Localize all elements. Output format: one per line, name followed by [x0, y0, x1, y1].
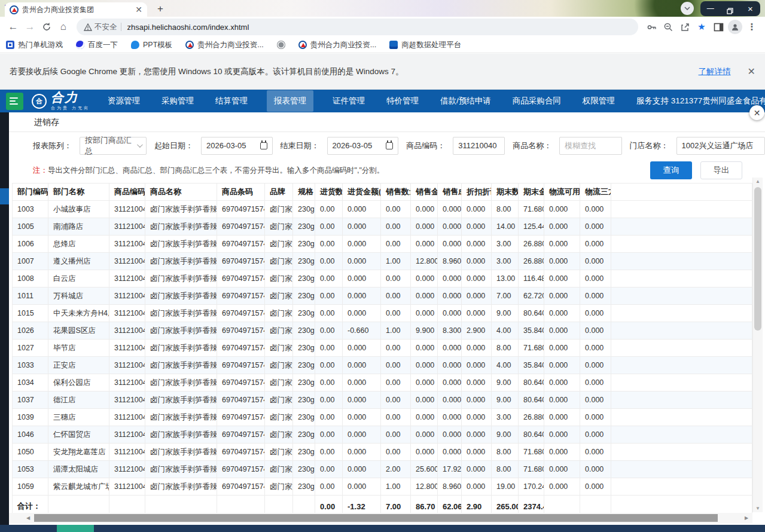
col-header-9: 销售数量	[381, 184, 411, 201]
bookmark-item[interactable]: 热门单机游戏	[6, 40, 63, 50]
cell: 0.000	[343, 201, 381, 218]
col-header-8: 进货金额(含税)	[343, 184, 381, 201]
bookmark-item[interactable]	[277, 41, 285, 49]
cell: 71.680	[519, 461, 544, 478]
cell: 卤门家族手剥笋香辣味230g	[145, 201, 217, 218]
minimize-icon[interactable]: —	[702, 1, 720, 16]
scroll-down-icon[interactable]: ▼	[753, 506, 763, 511]
scroll-up-icon[interactable]: ▲	[753, 179, 763, 184]
query-button[interactable]: 查询	[650, 161, 692, 179]
back-icon[interactable]: ←	[5, 19, 22, 35]
address-bar[interactable]: 不安全 zhsapi.helichaoshi.com/index.xhtml	[77, 19, 638, 35]
browser-tab[interactable]: 贵州合力商业投资集团 ✕	[5, 2, 147, 17]
nav-item-1[interactable]: 采购管理	[159, 90, 196, 112]
cell: 0.000	[580, 444, 611, 461]
export-button[interactable]: 导出	[700, 161, 742, 179]
cell-filler	[611, 426, 752, 444]
tab-close-icon[interactable]: ✕	[135, 5, 142, 14]
product-name-label: 商品名称：	[513, 140, 551, 151]
share-icon[interactable]	[676, 19, 693, 35]
bookmark-item[interactable]: PPT模板	[131, 40, 172, 50]
cell: 0.000	[438, 409, 462, 426]
profile-avatar-icon[interactable]	[727, 19, 743, 35]
bookmark-item[interactable]: 百度一下	[76, 40, 118, 50]
cell: 230g	[293, 288, 315, 305]
store-name-input[interactable]	[682, 141, 760, 150]
scroll-left-icon[interactable]: ◀	[23, 513, 33, 523]
cell: 25.600	[411, 461, 438, 478]
sidebar-active-segment[interactable]	[0, 188, 9, 204]
nav-item-5[interactable]: 特价管理	[384, 90, 421, 112]
cell: 0.000	[462, 201, 492, 218]
end-date-input[interactable]: 2026-03-05	[327, 137, 399, 155]
note-prefix: 注：	[33, 166, 48, 175]
nav-item-4[interactable]: 证件管理	[330, 90, 367, 112]
cell: 12.800	[411, 478, 438, 496]
cell: 17.920	[438, 461, 462, 478]
vertical-scrollbar[interactable]: ▲ ▼	[752, 178, 763, 512]
reload-icon[interactable]	[38, 19, 55, 35]
scroll-right-icon[interactable]: ▶	[742, 513, 751, 523]
nav-hamburger-icon[interactable]	[6, 93, 23, 110]
table-row: 1039三穗店311210040卤门家族手剥笋香辣味230g6970497157…	[13, 409, 752, 426]
nav-item-7[interactable]: 商品采购合同	[510, 90, 563, 112]
cell: 卤门家族手剥笋香辣味230g	[145, 426, 217, 444]
cell: 德江店	[48, 392, 109, 409]
nav-item-8[interactable]: 权限管理	[580, 90, 617, 112]
nav-item-9[interactable]: 服务支持	[634, 90, 671, 112]
horizontal-scrollbar[interactable]: ◀ ▶	[9, 513, 752, 523]
vertical-scroll-thumb[interactable]	[754, 187, 761, 331]
cell: 6970497157461	[217, 340, 265, 357]
nav-item-6[interactable]: 借款/预结申请	[438, 90, 493, 112]
start-date-input[interactable]: 2026-03-05	[201, 137, 273, 155]
cell: 卤门家族	[265, 288, 293, 305]
nav-item-2[interactable]: 结算管理	[213, 90, 250, 112]
cell: 170.240	[519, 478, 544, 496]
side-panel-icon[interactable]	[710, 19, 727, 35]
tab-strip: 贵州合力商业投资集团 ✕ + — ×	[0, 0, 765, 17]
warning-close-icon[interactable]: ✕	[748, 66, 755, 77]
nav-item-0[interactable]: 资源管理	[105, 90, 142, 112]
url-text[interactable]: zhsapi.helichaoshi.com/index.xhtml	[127, 23, 249, 32]
cell: 8.00	[492, 444, 519, 461]
table-row: 1053湄潭太阳城店311210040卤门家族手剥笋香辣味230g6970497…	[13, 461, 752, 478]
bookmark-star-icon[interactable]: ★	[693, 19, 710, 35]
col-header-15: 物流可用库存	[544, 184, 580, 201]
brand-tagline: 合为贵 力无穷	[51, 105, 90, 111]
product-code-input[interactable]	[458, 141, 499, 150]
product-name-input[interactable]	[565, 141, 616, 150]
cell: 0.000	[580, 218, 611, 236]
cell-filler	[611, 409, 752, 426]
horizontal-scroll-thumb[interactable]	[34, 514, 718, 522]
close-window-icon[interactable]: ×	[741, 1, 759, 16]
nav-item-3[interactable]: 报表管理	[267, 90, 313, 112]
cell: 1046	[13, 426, 48, 444]
taskbar-app-button[interactable]	[57, 525, 94, 532]
bookmark-item[interactable]: 贵州合力商业投资...	[298, 40, 376, 50]
cell: 12.800	[411, 253, 438, 270]
panel-close-button[interactable]: ✕	[749, 105, 764, 120]
report-display-value: 按部门商品汇总	[85, 135, 137, 157]
cell: 0.000	[544, 253, 580, 270]
tab-search-chevron-icon[interactable]	[681, 2, 694, 15]
learn-more-link[interactable]: 了解详情	[699, 66, 731, 77]
report-display-select[interactable]: 按部门商品汇总	[80, 137, 147, 155]
restore-icon[interactable]	[721, 4, 739, 14]
cell: 0.000	[462, 305, 492, 322]
password-key-icon[interactable]	[643, 19, 660, 35]
security-label[interactable]: 不安全	[95, 22, 117, 32]
cell: 0.00	[315, 444, 343, 461]
bookmark-item[interactable]: 贵州合力商业投资...	[185, 40, 263, 50]
forward-icon[interactable]: →	[22, 19, 38, 35]
cell: 0.000	[411, 270, 438, 288]
chrome-menu-icon[interactable]: ⋮	[743, 19, 760, 35]
bookmark-item[interactable]: 商超数据处理平台	[389, 40, 461, 50]
cell: 正安店	[48, 357, 109, 374]
cell: -0.660	[343, 322, 381, 340]
cell: 26.880	[519, 236, 544, 253]
home-icon[interactable]: ⌂	[55, 19, 72, 35]
collapsed-sidebar[interactable]	[0, 112, 9, 525]
new-tab-button[interactable]: +	[153, 2, 167, 17]
page-tab-label[interactable]: 进销存	[34, 117, 59, 127]
zoom-out-icon[interactable]	[660, 19, 676, 35]
